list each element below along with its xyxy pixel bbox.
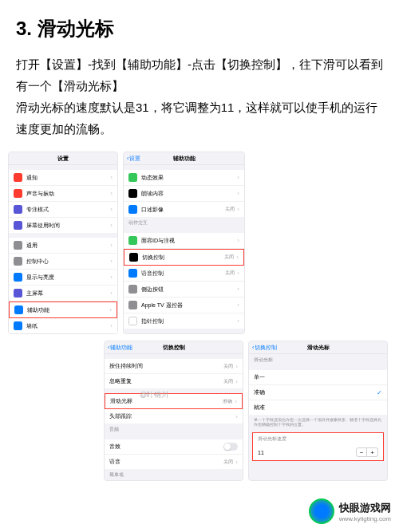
row-motion: 动态效果› xyxy=(124,170,244,186)
row-focus: 专注模式› xyxy=(9,202,117,218)
site-url: www.kyligting.com xyxy=(339,515,391,522)
speaker-icon xyxy=(14,189,22,198)
row-spoken: 朗读内容› xyxy=(124,186,244,202)
button-icon xyxy=(128,285,137,294)
row-side-button: 侧边按钮› xyxy=(124,282,244,298)
moon-icon xyxy=(14,205,22,214)
speed-stepper: − + xyxy=(356,447,378,457)
row-fine: 精准 xyxy=(249,400,387,415)
page-title: 3. 滑动光标 xyxy=(0,0,399,53)
switches-icon xyxy=(14,257,22,266)
site-name: 快眼游戏网 xyxy=(339,501,391,515)
screenshot-accessibility: ‹设置辅助功能 动态效果› 朗读内容› 口述影像关闭› 动作交互 面容ID与注视… xyxy=(123,152,245,334)
row-sounds: 声音与振动› xyxy=(9,186,117,202)
row-precise: 准确✓ xyxy=(249,385,387,400)
chevron-left-icon: ‹ xyxy=(127,156,128,161)
back-button: ‹辅助功能 xyxy=(108,344,132,352)
group-label: 动作交互 xyxy=(124,217,244,228)
row-control-center: 控制中心› xyxy=(9,254,117,270)
remote-icon xyxy=(128,301,137,309)
group-menu: 菜单项 xyxy=(105,469,243,480)
site-logo-block: 快眼游戏网 www.kyligting.com xyxy=(309,499,391,524)
motion-icon xyxy=(128,173,137,182)
toggle-off xyxy=(223,443,238,451)
screenshot-switch-control: ‹辅助功能切换控制 按住持续时间关闭› 忽略重复关闭› 滑动光标准确› 头部跟踪… xyxy=(104,341,243,481)
row-notifications: 通知› xyxy=(9,170,117,186)
chevron-left-icon: ‹ xyxy=(252,345,254,350)
bell-icon xyxy=(14,173,22,182)
face-icon xyxy=(128,236,137,245)
site-logo-icon xyxy=(309,499,334,524)
row-head-tracking: 头部跟踪› xyxy=(105,409,243,424)
screenshot-gliding-cursor: ‹切换控制滑动光标 滑动光标 单一 准确✓ 精准 单一十字线选项允许您一次选择一… xyxy=(248,341,388,481)
speech-icon xyxy=(128,189,137,198)
sun-icon xyxy=(14,273,22,282)
screenshot-settings: 设置 通知› 声音与振动› 专注模式› 屏幕使用时间› 通用› 控制中心› 显示… xyxy=(8,152,118,334)
row-voice: 语音关闭› xyxy=(105,455,243,469)
chevron-right-icon: › xyxy=(110,174,113,181)
row-switch-control: 切换控制关闭› xyxy=(124,249,244,266)
gear-icon xyxy=(14,241,22,250)
row-screentime: 屏幕使用时间› xyxy=(9,218,117,233)
group-audio: 音频 xyxy=(105,424,243,435)
body-text: 打开【设置】-找到【辅助功能】-点击【切换控制】，往下滑可以看到有一个【滑动光标… xyxy=(0,53,399,152)
accessibility-icon xyxy=(14,305,23,314)
row-speed: 11 − + xyxy=(253,444,383,460)
check-icon: ✓ xyxy=(377,389,382,396)
weibo-watermark: @叶锦川 xyxy=(140,390,168,400)
group-cursor: 滑动光标 xyxy=(249,354,387,365)
screenshots-row-2: ‹辅助功能切换控制 按住持续时间关闭› 忽略重复关闭› 滑动光标准确› 头部跟踪… xyxy=(0,341,399,481)
speed-value: 11 xyxy=(258,450,356,455)
row-hold-duration: 按住持续时间关闭› xyxy=(105,359,243,374)
row-display: 显示与亮度› xyxy=(9,270,117,286)
row-pointer: 指针控制› xyxy=(124,313,244,329)
chevron-left-icon: ‹ xyxy=(108,345,109,350)
flower-icon xyxy=(14,321,22,330)
row-faceid: 面容ID与注视› xyxy=(124,233,244,249)
row-home: 主屏幕› xyxy=(9,286,117,301)
row-wallpaper: 墙纸› xyxy=(9,318,117,333)
back-button: ‹切换控制 xyxy=(252,344,277,352)
row-ignore-repeat: 忽略重复关闭› xyxy=(105,374,243,388)
row-sound-effects: 音效 xyxy=(105,439,243,455)
footnote: 单一十字线选项允许您一次选择一个项目并搜索线形、精准十字线选择允许您精确控制十字… xyxy=(249,415,387,429)
pointer-icon xyxy=(128,317,137,325)
screen-title: 设置 xyxy=(57,155,69,163)
minus-button: − xyxy=(356,447,367,457)
row-voice-control: 语音控制关闭› xyxy=(124,266,244,282)
row-accessibility: 辅助功能› xyxy=(9,301,117,318)
row-apple-tv: Apple TV 遥控器› xyxy=(124,298,244,313)
row-single: 单一 xyxy=(249,370,387,385)
row-general: 通用› xyxy=(9,238,117,254)
row-audio-desc: 口述影像关闭› xyxy=(124,202,244,217)
screenshots-row-1: 设置 通知› 声音与振动› 专注模式› 屏幕使用时间› 通用› 控制中心› 显示… xyxy=(0,152,399,334)
group-speed: 滑动光标速度 xyxy=(253,433,383,444)
plus-button: + xyxy=(367,447,378,457)
hourglass-icon xyxy=(14,221,22,230)
row-gliding-cursor: 滑动光标准确› xyxy=(105,393,243,409)
back-button: ‹设置 xyxy=(127,155,140,163)
grid-icon xyxy=(14,289,22,298)
mic-icon xyxy=(128,269,137,278)
switch-icon xyxy=(129,253,138,262)
ad-icon xyxy=(128,205,137,214)
